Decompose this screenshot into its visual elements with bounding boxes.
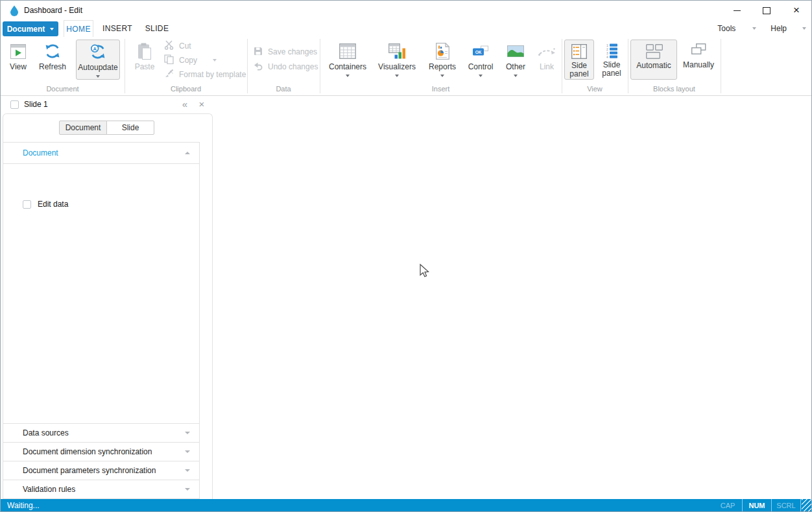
other-picture-icon: [507, 42, 524, 60]
accordion-header-validation-rules[interactable]: Validation rules: [3, 480, 199, 499]
svg-text:OK: OK: [475, 50, 482, 54]
side-panel-button[interactable]: Side panel: [564, 40, 594, 80]
format-by-template-label: Format by template: [179, 70, 246, 79]
slide-panel-label: Slide panel: [597, 61, 627, 78]
document-menu-button[interactable]: Document: [3, 21, 58, 36]
other-label: Other: [506, 63, 525, 71]
collapse-panel-icon[interactable]: «: [179, 96, 191, 113]
title-bar: Dashboard - Edit ×: [1, 1, 811, 20]
undo-changes-button[interactable]: Undo changes: [254, 62, 318, 72]
control-ok-icon: OK: [472, 42, 489, 60]
expand-arrow-icon: [185, 432, 190, 434]
document-menu-label: Document: [7, 25, 45, 34]
manually-layout-button[interactable]: Manually: [680, 40, 717, 80]
edit-data-row: Edit data: [23, 200, 68, 209]
app-window: Dashboard - Edit × Document HOME INSERT …: [0, 0, 812, 512]
close-button[interactable]: ×: [782, 1, 811, 20]
svg-text:A: A: [93, 46, 97, 52]
copy-label: Copy: [179, 56, 197, 65]
minimize-button[interactable]: [722, 1, 752, 20]
slide-tab-strip: Slide 1 « ×: [1, 96, 811, 113]
slide-panel-icon: 1 2 3 4: [605, 43, 618, 59]
group-label-insert: Insert: [320, 85, 562, 93]
group-label-document: Document: [1, 85, 125, 93]
expand-arrow-icon: [185, 488, 190, 491]
help-menu[interactable]: Help: [770, 24, 787, 33]
automatic-layout-button[interactable]: Automatic: [630, 40, 677, 80]
copy-chevron-down-icon: [213, 59, 217, 62]
accordion-header-dimension-sync[interactable]: Document dimension synchronization: [3, 442, 199, 461]
tab-insert[interactable]: INSERT: [98, 20, 137, 37]
reports-page-icon: [436, 42, 449, 60]
help-chevron-down-icon[interactable]: [802, 27, 806, 30]
maximize-button[interactable]: [752, 1, 782, 20]
tools-chevron-down-icon[interactable]: [752, 27, 756, 30]
minimize-icon: [734, 10, 741, 11]
copy-button[interactable]: Copy: [164, 55, 217, 65]
refresh-button[interactable]: Refresh: [34, 40, 71, 71]
refresh-icon: [44, 42, 61, 60]
control-button[interactable]: OK Control: [464, 40, 497, 77]
other-button[interactable]: Other: [501, 40, 530, 77]
control-chevron-down-icon: [479, 75, 483, 77]
link-icon: [538, 42, 556, 60]
refresh-label: Refresh: [39, 63, 66, 71]
slide-tab-label[interactable]: Slide 1: [24, 96, 48, 113]
visualizers-chart-icon: [388, 42, 406, 60]
control-label: Control: [468, 63, 494, 71]
link-label: Link: [540, 63, 554, 71]
expand-arrow-icon: [185, 469, 190, 472]
reports-button[interactable]: Reports: [424, 40, 460, 77]
visualizers-button[interactable]: Visualizers: [375, 40, 419, 77]
panel-tab-document[interactable]: Document: [59, 121, 107, 135]
group-label-blocks-layout: Blocks layout: [628, 85, 721, 93]
manually-label: Manually: [683, 61, 714, 69]
status-separator: [800, 499, 801, 512]
automatic-label: Automatic: [636, 62, 671, 70]
app-drop-icon: [10, 5, 19, 18]
slide-panel-button[interactable]: 1 2 3 4 Slide panel: [597, 40, 627, 80]
cut-button[interactable]: Cut: [164, 41, 191, 51]
dimension-sync-label: Document dimension synchronization: [23, 447, 152, 456]
link-button[interactable]: Link: [535, 40, 558, 71]
tools-menu[interactable]: Tools: [717, 24, 735, 33]
undo-arrow-icon: [254, 62, 263, 73]
paste-icon: [137, 42, 152, 60]
expand-arrow-icon: [185, 450, 190, 453]
resize-grip[interactable]: [802, 499, 811, 512]
manually-blocks-icon: [691, 43, 706, 59]
num-lock-indicator: NUM: [743, 502, 771, 509]
autoupdate-button[interactable]: A Autoupdate: [76, 40, 120, 80]
status-key-indicators: CAP NUM SCRL: [713, 499, 811, 512]
copy-icon: [164, 54, 174, 66]
containers-grid-icon: [339, 42, 356, 60]
close-slide-icon[interactable]: ×: [196, 96, 208, 113]
ribbon: View Refresh A: [1, 38, 811, 96]
format-by-template-button[interactable]: Format by template: [164, 69, 246, 80]
containers-button[interactable]: Containers: [327, 40, 368, 77]
side-panel-label: Side panel: [565, 62, 593, 78]
save-floppy-icon: [254, 47, 263, 58]
maximize-icon: [763, 7, 770, 14]
accordion-header-data-sources[interactable]: Data sources: [3, 423, 199, 442]
accordion-header-document[interactable]: Document: [3, 142, 199, 164]
tab-home[interactable]: HOME: [64, 20, 93, 37]
panel-tab-slide[interactable]: Slide: [106, 121, 154, 135]
data-sources-label: Data sources: [23, 428, 69, 437]
tab-slide[interactable]: SLIDE: [139, 20, 174, 37]
autoupdate-icon: A: [90, 43, 106, 61]
undo-changes-label: Undo changes: [268, 62, 318, 71]
window-title: Dashboard - Edit: [24, 1, 82, 20]
view-button[interactable]: View: [5, 40, 32, 71]
paste-button[interactable]: Paste: [132, 40, 158, 71]
accordion-header-parameters-sync[interactable]: Document parameters synchronization: [3, 461, 199, 480]
visualizers-chevron-down-icon: [395, 75, 399, 77]
save-changes-button[interactable]: Save changes: [254, 47, 317, 57]
validation-rules-label: Validation rules: [23, 485, 75, 494]
slide1-checkbox[interactable]: [10, 100, 19, 109]
edit-data-checkbox[interactable]: [23, 200, 31, 209]
accordion-document-label: Document: [23, 148, 58, 157]
collapsed-sections: Data sources Document dimension synchron…: [3, 423, 199, 499]
group-label-view: View: [562, 85, 628, 93]
side-panel: Document Slide Document Edit data Data s…: [3, 113, 213, 499]
